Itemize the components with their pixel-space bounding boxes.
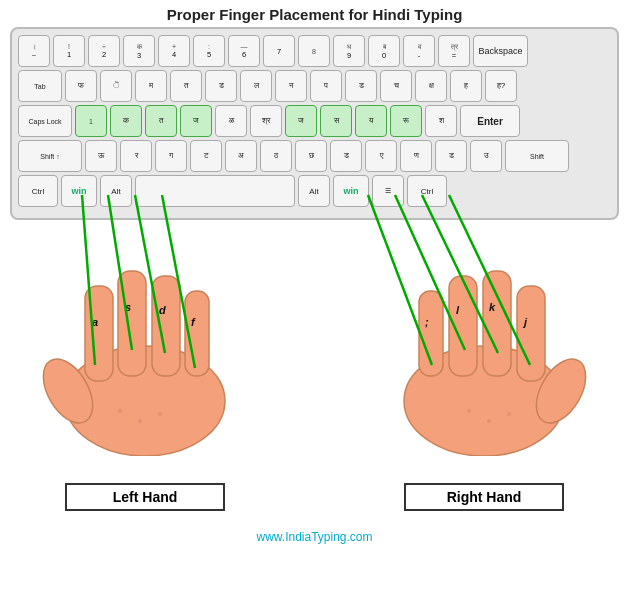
key-9[interactable]: ध9 (333, 35, 365, 67)
svg-rect-5 (185, 291, 209, 376)
key-5[interactable]: :5 (193, 35, 225, 67)
key-f[interactable]: ज (180, 105, 212, 137)
keyboard-row-4: Shift ↑ ऊ र ग ट अ ठ छ ड ए ण ड उ Shift (18, 140, 611, 172)
key-equals[interactable]: त्र= (438, 35, 470, 67)
key-tab[interactable]: Tab (18, 70, 62, 102)
key-t[interactable]: ड (205, 70, 237, 102)
key-a[interactable]: 1 (75, 105, 107, 137)
key-h[interactable]: श्र (250, 105, 282, 137)
key-l[interactable]: य (355, 105, 387, 137)
key-ctrl-left[interactable]: Ctrl (18, 175, 58, 207)
svg-point-6 (118, 409, 122, 413)
keyboard-row-3: Caps Lock 1 क त ज ळ श्र ज स य रू श Enter (18, 105, 611, 137)
key-k[interactable]: स (320, 105, 352, 137)
key-0[interactable]: ब0 (368, 35, 400, 67)
svg-point-21 (507, 412, 511, 416)
right-hand-container: j k l ; Right Hand (359, 226, 609, 511)
key-period[interactable]: ए (365, 140, 397, 172)
key-8[interactable]: 8 (298, 35, 330, 67)
keyboard-row-2: Tab फ ॆ म त ड ल न प ड च क्ष ह ह? (18, 70, 611, 102)
svg-point-7 (138, 419, 142, 423)
key-x[interactable]: र (120, 140, 152, 172)
key-win-left[interactable]: win (61, 175, 97, 207)
key-e[interactable]: म (135, 70, 167, 102)
svg-rect-15 (419, 291, 443, 376)
key-semicolon[interactable]: रू (390, 105, 422, 137)
svg-rect-18 (517, 286, 545, 381)
key-slash[interactable]: ण (400, 140, 432, 172)
key-b[interactable]: अ (225, 140, 257, 172)
svg-rect-17 (483, 271, 511, 376)
key-r[interactable]: त (170, 70, 202, 102)
key-backtick[interactable]: ।~ (18, 35, 50, 67)
key-enter[interactable]: Enter (460, 105, 520, 137)
key-7[interactable]: 7 (263, 35, 295, 67)
key-space[interactable] (135, 175, 295, 207)
hands-area: a s d f Left Hand (0, 226, 629, 516)
key-win-right[interactable]: win (333, 175, 369, 207)
key-shift-left[interactable]: Shift ↑ (18, 140, 82, 172)
svg-rect-2 (85, 286, 113, 381)
key-4[interactable]: +4 (158, 35, 190, 67)
key-n[interactable]: ठ (260, 140, 292, 172)
key-alt-left[interactable]: Alt (100, 175, 132, 207)
watermark: www.IndiaTyping.com (256, 530, 372, 544)
right-hand-label: Right Hand (404, 483, 564, 511)
key-minus[interactable]: व- (403, 35, 435, 67)
key-ctrl-right[interactable]: Ctrl (407, 175, 447, 207)
svg-rect-3 (118, 271, 146, 376)
svg-text:a: a (92, 316, 98, 328)
key-m[interactable]: छ (295, 140, 327, 172)
keyboard-row-1: ।~ !1 ÷2 क3 +4 :5 —6 7 8 ध9 ब0 व- त्र= B… (18, 35, 611, 67)
key-backspace[interactable]: Backspace (473, 35, 528, 67)
key-lbracket[interactable]: क्ष (415, 70, 447, 102)
right-hand-image: j k l ; (369, 226, 599, 460)
key-g[interactable]: ळ (215, 105, 247, 137)
key-menu[interactable]: ☰ (372, 175, 404, 207)
svg-rect-16 (449, 276, 477, 376)
svg-text:;: ; (425, 316, 429, 328)
keyboard: ।~ !1 ÷2 क3 +4 :5 —6 7 8 ध9 ब0 व- त्र= B… (10, 27, 619, 220)
key-1[interactable]: !1 (53, 35, 85, 67)
svg-point-19 (467, 409, 471, 413)
key-slash2[interactable]: ड (435, 140, 467, 172)
key-s[interactable]: क (110, 105, 142, 137)
key-i[interactable]: प (310, 70, 342, 102)
key-shift-right[interactable]: Shift (505, 140, 569, 172)
key-y[interactable]: ल (240, 70, 272, 102)
key-comma[interactable]: ड (330, 140, 362, 172)
left-hand-container: a s d f Left Hand (20, 226, 270, 511)
key-j[interactable]: ज (285, 105, 317, 137)
key-2[interactable]: ÷2 (88, 35, 120, 67)
keyboard-row-5: Ctrl win Alt Alt win ☰ Ctrl (18, 175, 611, 207)
key-6[interactable]: —6 (228, 35, 260, 67)
key-alt-right[interactable]: Alt (298, 175, 330, 207)
key-caps-lock[interactable]: Caps Lock (18, 105, 72, 137)
key-q[interactable]: फ (65, 70, 97, 102)
key-quote[interactable]: श (425, 105, 457, 137)
svg-point-20 (487, 419, 491, 423)
left-hand-image: a s d f (30, 226, 260, 460)
key-u[interactable]: न (275, 70, 307, 102)
svg-point-8 (158, 412, 162, 416)
key-w[interactable]: ॆ (100, 70, 132, 102)
svg-text:d: d (159, 304, 166, 316)
key-d[interactable]: त (145, 105, 177, 137)
svg-text:s: s (125, 301, 131, 313)
key-o[interactable]: ड (345, 70, 377, 102)
key-z[interactable]: ऊ (85, 140, 117, 172)
page-title: Proper Finger Placement for Hindi Typing (0, 0, 629, 27)
key-c[interactable]: ग (155, 140, 187, 172)
key-rbracket[interactable]: ह (450, 70, 482, 102)
key-slash3[interactable]: उ (470, 140, 502, 172)
svg-text:k: k (489, 301, 496, 313)
svg-rect-4 (152, 276, 180, 376)
key-3[interactable]: क3 (123, 35, 155, 67)
key-p[interactable]: च (380, 70, 412, 102)
key-v[interactable]: ट (190, 140, 222, 172)
key-backslash[interactable]: ह? (485, 70, 517, 102)
left-hand-label: Left Hand (65, 483, 225, 511)
